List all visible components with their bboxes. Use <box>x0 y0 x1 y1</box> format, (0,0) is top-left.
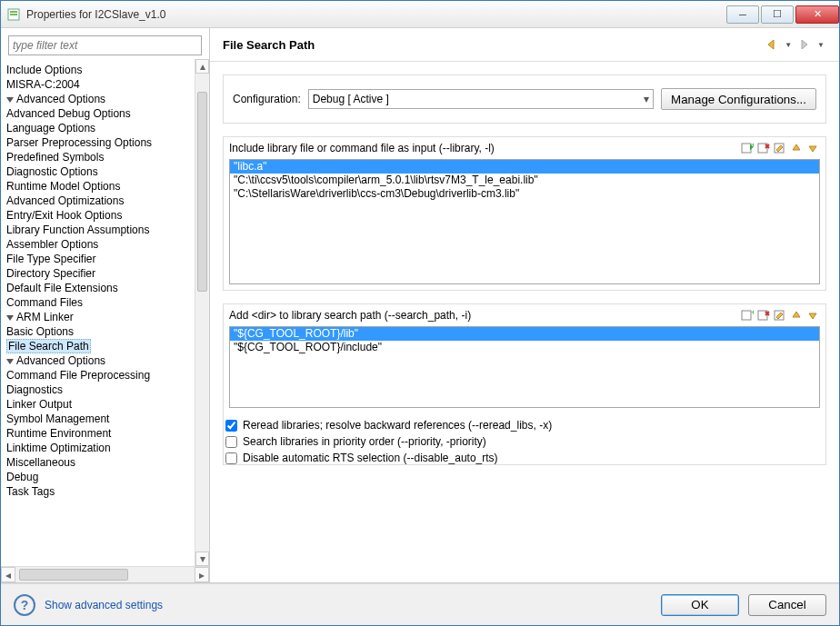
filter-input[interactable] <box>8 35 202 55</box>
nav-back-menu[interactable]: ▼ <box>783 41 794 49</box>
move-down-icon[interactable] <box>805 141 820 155</box>
titlebar[interactable]: Properties for I2CSlave_v1.0 ─ ☐ ✕ <box>1 1 839 28</box>
nav-fwd-menu[interactable]: ▼ <box>815 41 826 49</box>
tree-item[interactable]: ARM Linker <box>5 310 195 324</box>
disclosure-icon[interactable] <box>6 97 14 103</box>
tree-item[interactable]: Assembler Options <box>5 237 195 252</box>
tree-item[interactable]: Advanced Debug Options <box>5 106 195 121</box>
tree-item[interactable]: Entry/Exit Hook Options <box>5 208 195 223</box>
nav-back-icon[interactable] <box>765 37 779 52</box>
disclosure-icon[interactable] <box>6 359 14 364</box>
settings-pane: File Search Path ▼ ▼ Configuration: Debu… <box>210 28 839 582</box>
delete-icon[interactable] <box>756 308 771 323</box>
tree-item[interactable]: Language Options <box>5 121 195 135</box>
edit-icon[interactable] <box>773 141 787 155</box>
tree-item[interactable]: Predefined Symbols <box>5 150 195 164</box>
hscroll-thumb[interactable] <box>19 569 128 581</box>
tree-item[interactable]: Runtime Model Options <box>5 179 195 194</box>
configuration-row: Configuration: Debug [ Active ] Manage C… <box>223 75 826 124</box>
tree-item[interactable]: Linker Output <box>5 397 195 412</box>
tree-item[interactable]: Task Tags <box>5 484 195 499</box>
tree-item[interactable]: Basic Options <box>5 324 195 339</box>
configuration-label: Configuration: <box>233 93 301 105</box>
configuration-select[interactable]: Debug [ Active ] <box>308 89 654 109</box>
tree-item[interactable]: Debug <box>5 470 195 484</box>
tree-item[interactable]: Runtime Environment <box>5 426 195 441</box>
tree-item[interactable]: Command File Preprocessing <box>5 368 195 383</box>
list-item[interactable]: "${CG_TOOL_ROOT}/lib" <box>230 327 819 341</box>
button-bar: ? Show advanced settings OK Cancel <box>1 583 839 625</box>
search-path-label: Add <dir> to library search path (--sear… <box>229 309 738 322</box>
list-item[interactable]: "C:\ti\ccsv5\tools\compiler\arm_5.0.1\li… <box>230 174 819 187</box>
tree-item[interactable]: Advanced Options <box>5 353 195 368</box>
app-icon <box>6 7 21 22</box>
tree-item[interactable]: Advanced Options <box>5 92 195 106</box>
window-buttons: ─ ☐ ✕ <box>725 5 839 24</box>
tree-item[interactable]: File Search Path <box>5 339 195 353</box>
disclosure-icon[interactable] <box>6 315 14 321</box>
tree-item[interactable]: Directory Specifier <box>5 266 195 281</box>
move-up-icon[interactable] <box>789 141 804 155</box>
delete-icon[interactable] <box>756 141 771 155</box>
disable-rts-label: Disable automatic RTS selection (--disab… <box>243 452 498 464</box>
search-path-list[interactable]: "${CG_TOOL_ROOT}/lib""${CG_TOOL_ROOT}/in… <box>229 326 820 408</box>
scroll-down-icon[interactable]: ▾ <box>195 551 209 566</box>
tree-item[interactable]: File Type Specifier <box>5 252 195 266</box>
scroll-left-icon[interactable]: ◂ <box>1 567 15 582</box>
list-item[interactable]: "${CG_TOOL_ROOT}/include" <box>230 341 819 354</box>
minimize-button[interactable]: ─ <box>726 5 759 24</box>
tree-item[interactable]: Include Options <box>5 63 195 77</box>
tree-item[interactable]: MISRA-C:2004 <box>5 77 195 92</box>
category-tree[interactable]: Include OptionsMISRA-C:2004Advanced Opti… <box>1 59 195 566</box>
tree-vscrollbar[interactable]: ▴ ▾ <box>195 59 209 566</box>
cancel-button[interactable]: Cancel <box>748 594 826 616</box>
properties-dialog: Properties for I2CSlave_v1.0 ─ ☐ ✕ Inclu… <box>0 0 840 626</box>
tree-item[interactable]: Diagnostics <box>5 383 195 397</box>
library-files-group: Include library file or command file as … <box>223 136 826 291</box>
svg-rect-2 <box>10 14 17 15</box>
tree-item[interactable]: Diagnostic Options <box>5 164 195 179</box>
tree-item[interactable]: Symbol Management <box>5 412 195 426</box>
edit-icon[interactable] <box>773 308 787 323</box>
svg-rect-1 <box>10 11 17 13</box>
scroll-right-icon[interactable]: ▸ <box>195 567 209 582</box>
library-files-list[interactable]: "libc.a""C:\ti\ccsv5\tools\compiler\arm_… <box>229 159 820 284</box>
add-icon[interactable]: + <box>740 141 755 155</box>
tree-item[interactable]: Miscellaneous <box>5 455 195 470</box>
tree-item[interactable]: Command Files <box>5 295 195 310</box>
move-up-icon[interactable] <box>789 308 804 323</box>
help-icon[interactable]: ? <box>14 594 35 616</box>
tree-hscrollbar[interactable]: ◂ ▸ <box>1 567 209 582</box>
list-item[interactable]: "libc.a" <box>230 160 819 174</box>
tree-item[interactable]: Linktime Optimization <box>5 441 195 455</box>
tree-item[interactable]: Parser Preprocessing Options <box>5 135 195 150</box>
scroll-up-icon[interactable]: ▴ <box>195 59 209 74</box>
show-advanced-link[interactable]: Show advanced settings <box>45 599 163 611</box>
move-down-icon[interactable] <box>805 308 820 323</box>
svg-text:+: + <box>751 142 754 150</box>
configuration-value: Debug [ Active ] <box>313 93 389 105</box>
ok-button[interactable]: OK <box>661 594 739 616</box>
tree-item[interactable]: Default File Extensions <box>5 281 195 295</box>
list-item[interactable]: "C:\StellarisWare\driverlib\ccs-cm3\Debu… <box>230 187 819 201</box>
add-icon[interactable]: + <box>740 308 755 323</box>
priority-label: Search libraries in priority order (--pr… <box>243 435 486 448</box>
category-tree-pane: Include OptionsMISRA-C:2004Advanced Opti… <box>1 28 210 582</box>
svg-rect-3 <box>742 144 751 153</box>
page-nav: ▼ ▼ <box>765 37 826 52</box>
reread-libs-label: Reread libraries; resolve backward refer… <box>243 419 552 432</box>
library-files-label: Include library file or command file as … <box>229 142 738 154</box>
scroll-thumb[interactable] <box>197 92 207 292</box>
reread-libs-checkbox[interactable]: Reread libraries; resolve backward refer… <box>225 419 824 432</box>
window-title: Properties for I2CSlave_v1.0 <box>26 8 725 21</box>
tree-item[interactable]: Advanced Optimizations <box>5 194 195 208</box>
disable-rts-checkbox[interactable]: Disable automatic RTS selection (--disab… <box>225 452 824 464</box>
tree-item[interactable]: Library Function Assumptions <box>5 223 195 237</box>
dialog-content: Include OptionsMISRA-C:2004Advanced Opti… <box>1 28 839 625</box>
page-title: File Search Path <box>223 38 765 52</box>
priority-checkbox[interactable]: Search libraries in priority order (--pr… <box>225 435 824 448</box>
close-button[interactable]: ✕ <box>795 5 839 24</box>
nav-fwd-icon[interactable] <box>797 37 812 52</box>
manage-configurations-button[interactable]: Manage Configurations... <box>661 88 816 110</box>
maximize-button[interactable]: ☐ <box>761 5 794 24</box>
